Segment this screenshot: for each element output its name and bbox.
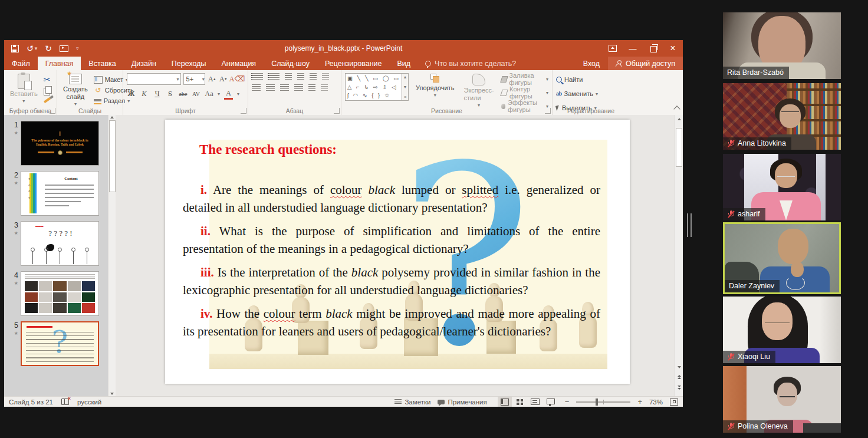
- redo-icon[interactable]: ↻: [45, 44, 52, 52]
- shape-outline-button[interactable]: Контур фигуры▾: [501, 87, 548, 98]
- align-center-icon[interactable]: [266, 84, 275, 91]
- notes-button[interactable]: Заметки: [394, 399, 430, 406]
- minimize-button[interactable]: —: [623, 40, 643, 57]
- quick-styles-button[interactable]: Экспресс-стили ▾: [461, 73, 496, 108]
- numbering-icon[interactable]: [268, 73, 280, 80]
- undo-button[interactable]: ↺▾: [27, 44, 37, 52]
- tab-animations[interactable]: Анимация: [213, 57, 264, 70]
- underline-button[interactable]: Ч: [153, 90, 162, 99]
- smartart-convert-icon[interactable]: [321, 84, 328, 91]
- save-icon[interactable]: [11, 45, 19, 52]
- shape-fill-button[interactable]: Заливка фигуры▾: [501, 74, 548, 84]
- subscript-button[interactable]: abc: [179, 90, 188, 99]
- arrange-button[interactable]: Упорядочить ▾: [413, 73, 456, 98]
- copy-icon[interactable]: [44, 88, 50, 95]
- thumbnail-item-1[interactable]: 1★ The polysemy of the colour term black…: [8, 121, 108, 166]
- new-slide-button[interactable]: Создать слайд ▾: [61, 73, 90, 107]
- drawing-dialog-launcher[interactable]: [545, 108, 551, 114]
- line-spacing-icon[interactable]: [310, 73, 317, 80]
- video-tile-daler-active-speaker[interactable]: Daler Zayniev: [723, 222, 841, 294]
- tab-transitions[interactable]: Переходы: [164, 57, 214, 70]
- previous-slide-button[interactable]: [675, 373, 683, 381]
- grow-font-button[interactable]: А▴: [208, 74, 216, 84]
- clipboard-dialog-launcher[interactable]: [50, 108, 55, 114]
- video-tile-anna[interactable]: Anna Litovkina: [723, 83, 841, 150]
- thumbnail-item-3[interactable]: 3★ ▬▬▬ ? ? ? ? !: [8, 221, 108, 266]
- thumbnail-panel-scrollbar[interactable]: [108, 115, 116, 396]
- cut-icon[interactable]: ✂: [44, 75, 51, 84]
- normal-view-button[interactable]: [498, 397, 512, 407]
- spellcheck-icon[interactable]: [61, 399, 69, 405]
- tab-insert[interactable]: Вставка: [81, 57, 123, 70]
- video-tile-rita[interactable]: Rita Brdar-Szabó: [723, 12, 841, 79]
- tab-view[interactable]: Вид: [389, 57, 418, 70]
- bullets-icon[interactable]: [252, 73, 263, 80]
- zoom-slider[interactable]: [576, 401, 630, 403]
- clear-formatting-button[interactable]: А⌫: [230, 74, 244, 84]
- character-spacing-button[interactable]: AV: [192, 90, 200, 99]
- slide-canvas[interactable]: ? The research questions: i. Are the mea…: [116, 115, 675, 396]
- start-slideshow-icon[interactable]: [60, 45, 68, 52]
- thumbnail-item-4[interactable]: 4★: [8, 271, 108, 316]
- slide-number-indicator[interactable]: Слайд 5 из 21: [9, 399, 53, 406]
- shapes-gallery[interactable]: ▣ ╲ ╲ ▭ ◯ ▭ △ ⌐ ↳ ⇨ ⇩ ◁ ʃ ◠ ∿ { } ☆: [345, 73, 402, 101]
- next-slide-button[interactable]: [675, 383, 683, 391]
- share-button[interactable]: Общий доступ: [608, 57, 683, 70]
- video-tile-xiaoqi[interactable]: Xiaoqi Liu: [723, 297, 841, 363]
- thumbnail-item-2[interactable]: 2★ ⚬⚬⚬⚬ Content: [8, 171, 108, 216]
- restore-button[interactable]: [643, 40, 663, 57]
- reading-view-button[interactable]: [528, 397, 542, 407]
- ribbon-display-options-button[interactable]: [603, 40, 623, 57]
- vertical-scrollbar[interactable]: [675, 115, 683, 396]
- tab-home[interactable]: Главная: [38, 57, 81, 70]
- strikethrough-button[interactable]: S: [166, 90, 175, 99]
- fit-slide-to-window-button[interactable]: [670, 399, 678, 406]
- font-name-input[interactable]: ▾: [127, 73, 181, 85]
- tab-review[interactable]: Рецензирование: [317, 57, 390, 70]
- language-indicator[interactable]: русский: [77, 399, 101, 406]
- paragraph-dialog-launcher[interactable]: [334, 108, 340, 114]
- slide-body-text[interactable]: i. Are the meanings of colour black lump…: [183, 181, 600, 346]
- text-direction-icon[interactable]: [322, 73, 329, 80]
- video-tile-polina[interactable]: Polina Oleneva: [723, 366, 841, 433]
- slide-sorter-view-button[interactable]: [513, 397, 527, 407]
- tab-slideshow[interactable]: Слайд-шоу: [264, 57, 317, 70]
- columns-icon[interactable]: [308, 84, 315, 91]
- font-size-input[interactable]: 5+▾: [183, 73, 205, 85]
- font-dialog-launcher[interactable]: [241, 108, 246, 114]
- tab-design[interactable]: Дизайн: [124, 57, 164, 70]
- slide-title[interactable]: The research questions:: [199, 142, 337, 157]
- panel-resize-handle[interactable]: [687, 213, 692, 237]
- replace-button[interactable]: abЗаменить▾: [556, 88, 626, 99]
- current-slide[interactable]: ? The research questions: i. Are the mea…: [165, 120, 630, 384]
- close-button[interactable]: ×: [663, 40, 683, 57]
- customize-qat-icon[interactable]: ▿: [76, 45, 79, 51]
- italic-button[interactable]: К: [140, 90, 149, 99]
- format-painter-icon[interactable]: [44, 97, 51, 103]
- video-tile-asharif[interactable]: asharif: [723, 154, 841, 220]
- change-case-button[interactable]: Aa: [205, 90, 213, 99]
- decrease-indent-icon[interactable]: [285, 73, 292, 80]
- zoom-out-button[interactable]: −: [565, 397, 570, 406]
- scrollbar-thumb[interactable]: [676, 128, 682, 167]
- shapes-gallery-scrollbar[interactable]: ▲▼≡: [402, 73, 409, 101]
- paste-button[interactable]: Вставить ▾: [8, 73, 40, 104]
- sign-in-button[interactable]: Вход: [575, 57, 608, 70]
- bold-button[interactable]: Ж: [127, 90, 136, 99]
- comments-button[interactable]: Примечания: [438, 399, 486, 406]
- align-right-icon[interactable]: [280, 84, 289, 91]
- justify-icon[interactable]: [294, 84, 303, 91]
- zoom-slider-handle[interactable]: [596, 399, 598, 406]
- tab-file[interactable]: Файл: [4, 57, 38, 70]
- slideshow-view-button[interactable]: [544, 397, 558, 407]
- thumbnail-item-5-selected[interactable]: 5★ ?: [8, 321, 108, 366]
- font-color-button[interactable]: А: [224, 88, 233, 100]
- collapse-ribbon-icon[interactable]: [673, 106, 680, 112]
- find-button[interactable]: Найти: [556, 74, 626, 85]
- zoom-level[interactable]: 73%: [649, 399, 663, 406]
- tell-me-box[interactable]: Что вы хотите сделать?: [418, 57, 523, 70]
- shrink-font-button[interactable]: А▾: [219, 74, 228, 84]
- zoom-in-button[interactable]: +: [637, 397, 642, 406]
- increase-indent-icon[interactable]: [297, 73, 304, 80]
- align-left-icon[interactable]: [252, 84, 261, 91]
